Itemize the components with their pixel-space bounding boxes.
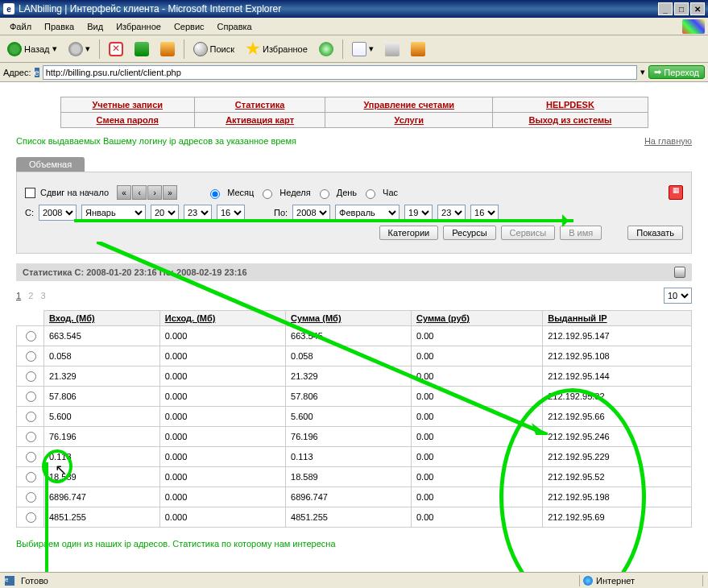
forward-button[interactable]: ▾ [64, 39, 94, 59]
period-month-radio[interactable] [210, 189, 220, 199]
search-button[interactable]: Поиск [189, 39, 238, 59]
annotation-top: Список выдаваемых Вашему логину ip адрес… [16, 136, 296, 146]
home-link[interactable]: На главную [644, 136, 692, 146]
print-icon[interactable] [674, 267, 685, 278]
menu-view[interactable]: Вид [81, 20, 110, 33]
cell-sum-mb: 0.113 [286, 447, 412, 467]
period-week-label: Неделя [279, 188, 310, 197]
nav-helpdesk[interactable]: HELPDESK [546, 100, 594, 110]
menu-help[interactable]: Справка [211, 20, 259, 33]
cell-ip: 212.192.95.147 [543, 326, 692, 346]
row-radio[interactable] [26, 432, 36, 442]
to-day-select[interactable]: 19 [404, 205, 433, 221]
nav-accounts[interactable]: Учетные записи [92, 100, 163, 110]
refresh-button[interactable] [130, 39, 153, 59]
arrow-first-icon[interactable]: « [117, 185, 131, 200]
col-out[interactable]: Исход. (Мб) [159, 311, 285, 326]
cell-sum-mb: 18.589 [286, 467, 412, 487]
stats-table: Вход. (Мб) Исход. (Мб) Сумма (Мб) Сумма … [16, 310, 692, 528]
shift-checkbox[interactable] [25, 188, 35, 198]
categories-button[interactable]: Категории [379, 226, 439, 240]
in-name-button[interactable]: В имя [560, 226, 602, 240]
addressbar: Адрес: e ▾ ➡ Переход [0, 63, 708, 82]
row-radio[interactable] [26, 492, 36, 503]
table-row: 5.6000.0005.6000.00212.192.95.66 [17, 407, 692, 427]
back-label: Назад [24, 44, 50, 54]
to-year-select[interactable]: 2008 [292, 205, 330, 221]
services-button[interactable]: Сервисы [501, 226, 556, 240]
to-min-select[interactable]: 16 [470, 205, 499, 221]
mail-button[interactable]: ▾ [348, 39, 378, 59]
row-radio[interactable] [26, 472, 36, 482]
col-sum-rub[interactable]: Сумма (руб) [411, 311, 542, 326]
from-min-select[interactable]: 16 [217, 205, 245, 221]
from-hour-select[interactable]: 23 [184, 205, 212, 221]
nav-password[interactable]: Смена пароля [97, 115, 159, 125]
menu-file[interactable]: Файл [3, 20, 38, 33]
menu-edit[interactable]: Правка [38, 20, 81, 33]
row-radio[interactable] [26, 331, 36, 342]
arrow-last-icon[interactable]: » [163, 185, 177, 200]
cell-ip: 212.192.95.229 [543, 447, 692, 467]
cell-out: 0.000 [159, 346, 285, 366]
maximize-button[interactable]: □ [674, 2, 689, 15]
period-hour-label: Час [383, 188, 398, 197]
chevron-down-icon[interactable]: ▾ [640, 67, 645, 77]
cell-sum-mb: 6896.747 [286, 487, 412, 507]
period-hour-radio[interactable] [366, 189, 375, 199]
stop-button[interactable] [105, 39, 127, 59]
back-button[interactable]: Назад ▾ [3, 39, 61, 59]
row-radio[interactable] [26, 391, 36, 402]
search-icon [193, 42, 208, 56]
stop-icon [109, 42, 123, 56]
to-month-select[interactable]: Февраль [335, 205, 400, 221]
from-day-select[interactable]: 20 [151, 205, 179, 221]
page-1-link[interactable]: 1 [16, 291, 21, 300]
period-week-radio[interactable] [263, 189, 272, 199]
nav-logout[interactable]: Выход из системы [528, 115, 611, 125]
print-button[interactable] [381, 39, 404, 59]
from-year-select[interactable]: 2008 [39, 205, 77, 221]
period-day-radio[interactable] [320, 189, 329, 199]
nav-activate[interactable]: Активация карт [226, 115, 294, 125]
chevron-down-icon: ▾ [85, 43, 90, 54]
col-ip[interactable]: Выданный IP [543, 311, 692, 326]
col-in[interactable]: Вход. (Мб) [44, 311, 160, 326]
url-input[interactable] [43, 65, 638, 80]
calendar-icon[interactable]: ▦ [669, 185, 683, 200]
row-radio[interactable] [26, 351, 36, 362]
cell-sum-rub: 0.00 [411, 326, 542, 346]
nav-stats[interactable]: Статистика [235, 100, 285, 110]
home-button[interactable] [156, 39, 179, 59]
arrow-prev-icon[interactable]: ‹ [132, 185, 147, 200]
table-row: 4851.2550.0004851.2550.00212.192.95.69 [17, 507, 692, 528]
favorites-button[interactable]: Избранное [242, 39, 312, 59]
resources-button[interactable]: Ресурсы [443, 226, 495, 240]
back-icon [7, 42, 22, 56]
col-sum-mb[interactable]: Сумма (Мб) [286, 311, 412, 326]
cell-ip: 212.192.95.108 [543, 346, 692, 366]
from-month-select[interactable]: Январь [81, 205, 146, 221]
close-button[interactable]: ✕ [690, 2, 705, 15]
nav-billing[interactable]: Управление счетами [363, 100, 454, 110]
page-size-select[interactable]: 10 [664, 288, 692, 304]
cell-in: 0.113 [44, 447, 160, 467]
menu-tools[interactable]: Сервис [168, 20, 211, 33]
menu-favorites[interactable]: Избранное [110, 20, 168, 33]
history-button[interactable] [315, 39, 337, 59]
show-button[interactable]: Показать [627, 226, 683, 240]
row-radio[interactable] [26, 371, 36, 382]
go-button[interactable]: ➡ Переход [648, 65, 705, 79]
minimize-button[interactable]: _ [658, 2, 673, 15]
tab-volume[interactable]: Объемная [16, 157, 85, 172]
page-2-link[interactable]: 2 [28, 291, 33, 300]
nav-services[interactable]: Услуги [394, 115, 424, 125]
cell-in: 57.806 [44, 387, 160, 407]
edit-button[interactable] [407, 39, 429, 59]
to-hour-select[interactable]: 23 [437, 205, 466, 221]
row-radio[interactable] [26, 412, 36, 422]
page-3-link[interactable]: 3 [40, 291, 45, 300]
row-radio[interactable] [26, 452, 36, 462]
arrow-next-icon[interactable]: › [147, 185, 162, 200]
row-radio[interactable] [26, 512, 36, 523]
